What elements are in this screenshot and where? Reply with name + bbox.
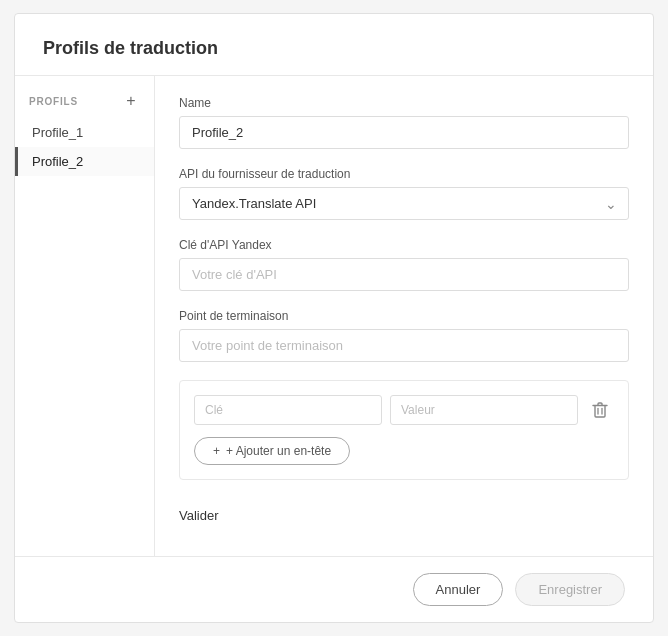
- main-content: Name API du fournisseur de traduction Ya…: [155, 76, 653, 556]
- add-header-button[interactable]: + + Ajouter un en-tête: [194, 437, 350, 465]
- modal-body: PROFILS + Profile_1 Profile_2 Name API d…: [15, 76, 653, 556]
- cancel-button[interactable]: Annuler: [413, 573, 504, 606]
- api-label: API du fournisseur de traduction: [179, 167, 629, 181]
- api-select-wrapper: Yandex.Translate API Google Translate AP…: [179, 187, 629, 220]
- api-key-label: Clé d'API Yandex: [179, 238, 629, 252]
- save-button[interactable]: Enregistrer: [515, 573, 625, 606]
- name-field-group: Name: [179, 96, 629, 149]
- trash-icon: [592, 401, 608, 419]
- api-select[interactable]: Yandex.Translate API Google Translate AP…: [179, 187, 629, 220]
- valider-text: Valider: [179, 508, 219, 523]
- name-input[interactable]: [179, 116, 629, 149]
- page-title: Profils de traduction: [15, 14, 653, 76]
- headers-section: + + Ajouter un en-tête: [179, 380, 629, 480]
- sidebar-item-profile1[interactable]: Profile_1: [15, 118, 154, 147]
- valider-section: Valider: [179, 498, 629, 532]
- api-key-field-group: Clé d'API Yandex: [179, 238, 629, 291]
- sidebar-item-profile2[interactable]: Profile_2: [15, 147, 154, 176]
- header-value-input[interactable]: [390, 395, 578, 425]
- endpoint-field-group: Point de terminaison: [179, 309, 629, 362]
- modal-footer: Annuler Enregistrer: [15, 556, 653, 622]
- endpoint-label: Point de terminaison: [179, 309, 629, 323]
- add-profile-icon[interactable]: +: [122, 92, 140, 110]
- sidebar: PROFILS + Profile_1 Profile_2: [15, 76, 155, 556]
- modal-container: Profils de traduction PROFILS + Profile_…: [14, 13, 654, 623]
- api-field-group: API du fournisseur de traduction Yandex.…: [179, 167, 629, 220]
- sidebar-header: PROFILS +: [15, 88, 154, 118]
- header-row: [194, 395, 614, 425]
- name-label: Name: [179, 96, 629, 110]
- sidebar-header-label: PROFILS: [29, 96, 78, 107]
- header-key-input[interactable]: [194, 395, 382, 425]
- api-key-input[interactable]: [179, 258, 629, 291]
- endpoint-input[interactable]: [179, 329, 629, 362]
- delete-header-button[interactable]: [586, 396, 614, 424]
- add-header-label: + Ajouter un en-tête: [226, 444, 331, 458]
- plus-icon: +: [213, 444, 220, 458]
